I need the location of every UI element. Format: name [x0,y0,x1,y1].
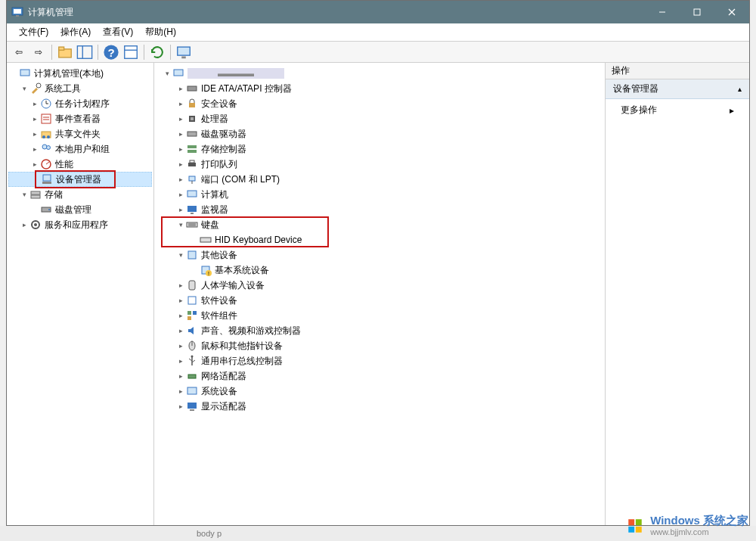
device-root[interactable]: ▾ ▬▬▬▬ [156,66,603,81]
console-tree-pane[interactable]: ▶ 计算机管理(本地) ▾ 系统工具 ▸ 任务计划程序 ▸ 事件查看器 ▸ [7,63,154,525]
event-icon [40,113,52,125]
device-sound[interactable]: ▸声音、视频和游戏控制器 [156,323,603,338]
device-display[interactable]: ▸显示适配器 [156,399,603,414]
device-usb[interactable]: ▸通用串行总线控制器 [156,353,603,368]
close-button[interactable] [714,1,749,23]
device-tree-pane[interactable]: ▾ ▬▬▬▬ ▸IDE ATA/ATAPI 控制器 ▸安全设备 ▸处理器 ▸磁盘… [154,63,606,525]
expand-icon[interactable]: ▸ [175,325,186,336]
expand-icon[interactable]: ▸ [175,340,186,351]
expand-icon[interactable]: ▸ [29,129,40,139]
expand-icon[interactable]: ▸ [175,280,186,291]
svg-rect-58 [200,238,211,242]
actions-section[interactable]: 设备管理器 ▴ [606,79,749,99]
help-button[interactable]: ? [102,44,120,61]
properties-button[interactable] [122,44,140,61]
expand-icon[interactable]: ▸ [175,386,186,396]
collapse-icon[interactable]: ▾ [162,68,172,79]
tree-node-root[interactable]: ▶ 计算机管理(本地) [8,66,152,81]
svg-rect-44 [191,117,194,120]
tree-node-system-tools[interactable]: ▾ 系统工具 [8,81,152,96]
expand-icon[interactable]: ▸ [175,295,186,306]
svg-rect-46 [187,145,197,148]
cpu-icon [186,113,198,125]
expand-icon[interactable]: ▸ [19,219,29,230]
device-soft-dev[interactable]: ▸软件设备 [156,293,603,308]
refresh-button[interactable] [148,44,166,61]
device-hid-input[interactable]: ▸人体学输入设备 [156,278,603,293]
device-keyboard[interactable]: ▾键盘 [156,217,603,232]
node-label: 共享文件夹 [55,128,101,141]
expand-icon[interactable]: ▸ [175,113,186,124]
expand-icon[interactable]: ▸ [175,310,186,321]
collapse-icon[interactable]: ▾ [175,219,186,230]
device-disk-drive[interactable]: ▸磁盘驱动器 [156,126,603,141]
menu-help[interactable]: 帮助(H) [139,24,182,40]
expand-icon[interactable]: ▸ [29,144,40,154]
expand-icon[interactable]: ▸ [29,98,40,109]
expand-icon[interactable]: ▸ [175,129,186,139]
collapse-icon[interactable]: ▾ [19,83,29,94]
collapse-arrow-icon[interactable]: ▴ [738,85,742,93]
tree-node-services[interactable]: ▸ 服务和应用程序 [8,217,152,232]
device-network[interactable]: ▸网络适配器 [156,368,603,384]
node-label: 监视器 [201,204,228,216]
collapse-icon[interactable]: ▾ [19,189,29,200]
expand-icon[interactable]: ▸ [175,189,186,200]
tree-node-device-manager[interactable]: ▸ 设备管理器 [8,172,152,187]
expand-icon[interactable]: ▸ [175,204,186,215]
device-storage-ctrl[interactable]: ▸存储控制器 [156,141,603,157]
more-actions-link[interactable]: 更多操作 ▸ [606,99,749,121]
monitor-icon [186,204,198,216]
svg-point-28 [42,145,47,149]
computer-management-window: 计算机管理 文件(F) 操作(A) 查看(V) 帮助(H) ⇦ ⇨ ? ▶ [6,0,750,526]
device-system[interactable]: ▸系统设备 [156,384,603,399]
node-label: 存储控制器 [201,143,246,156]
expand-icon[interactable]: ▸ [175,98,186,109]
tree-node-task-scheduler[interactable]: ▸ 任务计划程序 [8,96,152,111]
tree-node-performance[interactable]: ▸ 性能 [8,157,152,172]
tree-node-local-users[interactable]: ▸ 本地用户和组 [8,141,152,157]
minimize-button[interactable] [645,1,680,23]
forward-button[interactable]: ⇨ [29,44,48,61]
device-ide[interactable]: ▸IDE ATA/ATAPI 控制器 [156,81,603,96]
expand-icon[interactable]: ▸ [175,371,186,381]
expand-icon[interactable]: ▸ [175,174,186,185]
computer-icon [186,188,198,201]
tree-node-disk-mgmt[interactable]: ▸ 磁盘管理 [8,202,152,217]
tree-node-event-viewer[interactable]: ▸ 事件查看器 [8,111,152,126]
device-ports[interactable]: ▸端口 (COM 和 LPT) [156,172,603,187]
up-button[interactable] [56,44,74,61]
mouse-icon [186,340,198,352]
device-print[interactable]: ▸打印队列 [156,157,603,172]
usb-icon [186,355,198,367]
watermark: Windows 系统之家 www.bjjmlv.com [624,515,748,536]
menu-action[interactable]: 操作(A) [54,24,97,40]
expand-icon[interactable]: ▸ [175,356,186,366]
maximize-button[interactable] [680,1,714,23]
collapse-icon[interactable]: ▾ [175,250,186,260]
monitor-button[interactable] [175,44,193,61]
device-computer[interactable]: ▸计算机 [156,187,603,202]
expand-icon[interactable]: ▸ [175,144,186,154]
expand-icon[interactable]: ▸ [175,83,186,94]
device-cpu[interactable]: ▸处理器 [156,111,603,126]
device-mouse[interactable]: ▸鼠标和其他指针设备 [156,338,603,353]
expand-icon[interactable]: ▸ [29,159,40,169]
svg-line-31 [46,162,49,164]
menu-file[interactable]: 文件(F) [13,24,54,40]
menu-view[interactable]: 查看(V) [97,24,139,40]
expand-icon[interactable]: ▸ [175,401,186,412]
back-button[interactable]: ⇦ [10,44,28,61]
tree-node-storage[interactable]: ▾ 存储 [8,187,152,202]
device-monitor[interactable]: ▸监视器 [156,202,603,217]
device-hid-keyboard[interactable]: ▸HID Keyboard Device [156,232,603,247]
expand-icon[interactable]: ▸ [175,159,186,169]
show-hide-button[interactable] [76,44,94,61]
titlebar[interactable]: 计算机管理 [7,1,749,23]
device-security[interactable]: ▸安全设备 [156,96,603,111]
expand-icon[interactable]: ▸ [29,113,40,124]
device-base-system[interactable]: ▸!基本系统设备 [156,263,603,278]
tree-node-shared-folders[interactable]: ▸ 共享文件夹 [8,126,152,141]
device-soft-comp[interactable]: ▸软件组件 [156,308,603,323]
device-other[interactable]: ▾其他设备 [156,247,603,263]
